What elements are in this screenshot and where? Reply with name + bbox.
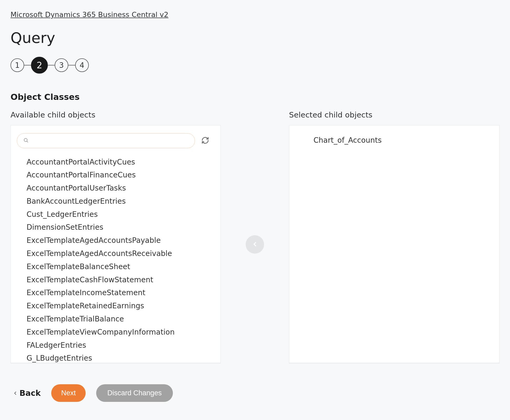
selected-panel: Chart_of_Accounts [289, 125, 499, 363]
list-item[interactable]: Cust_LedgerEntries [27, 208, 213, 221]
chevron-left-icon [13, 388, 18, 398]
action-bar: Back Next Discard Changes [11, 384, 499, 402]
list-item[interactable]: G_LBudgetEntries [27, 352, 213, 363]
list-item[interactable]: ExcelTemplateAgedAccountsReceivable [27, 247, 213, 260]
search-icon [23, 137, 29, 145]
step-1[interactable]: 1 [11, 58, 24, 72]
list-item[interactable]: AccountantPortalUserTasks [27, 182, 213, 195]
step-2[interactable]: 2 [31, 57, 48, 74]
list-item[interactable]: FALedgerEntries [27, 339, 213, 352]
svg-point-0 [24, 138, 27, 141]
list-item[interactable]: ExcelTemplateIncomeStatement [27, 286, 213, 300]
search-input[interactable] [17, 133, 195, 148]
list-item[interactable]: ExcelTemplateTrialBalance [27, 313, 213, 326]
selected-label: Selected child objects [289, 110, 499, 119]
list-item[interactable]: ExcelTemplateAgedAccountsPayable [27, 234, 213, 247]
list-item[interactable]: DimensionSetEntries [27, 221, 213, 234]
available-panel: AccountantPortalActivityCues AccountantP… [11, 125, 221, 363]
stepper: 1 2 3 4 [11, 57, 499, 74]
section-title: Object Classes [11, 92, 499, 102]
svg-line-1 [27, 141, 28, 142]
list-item[interactable]: ExcelTemplateBalanceSheet [27, 260, 213, 273]
breadcrumb[interactable]: Microsoft Dynamics 365 Business Central … [11, 11, 168, 19]
available-list: AccountantPortalActivityCues AccountantP… [18, 156, 213, 363]
discard-button[interactable]: Discard Changes [96, 384, 173, 402]
move-left-button[interactable] [246, 235, 264, 254]
back-label: Back [19, 388, 41, 398]
step-connector [68, 65, 75, 66]
available-label: Available child objects [11, 110, 221, 119]
list-item[interactable]: BankAccountLedgerEntries [27, 195, 213, 208]
list-item[interactable]: ExcelTemplateRetainedEarnings [27, 300, 213, 313]
step-connector [24, 65, 31, 66]
list-item[interactable]: AccountantPortalActivityCues [27, 156, 213, 169]
list-item[interactable]: Chart_of_Accounts [300, 133, 489, 145]
next-button[interactable]: Next [51, 384, 86, 402]
list-item[interactable]: ExcelTemplateViewCompanyInformation [27, 326, 213, 339]
list-item[interactable]: AccountantPortalFinanceCues [27, 169, 213, 182]
chevron-left-icon [251, 241, 258, 248]
step-3[interactable]: 3 [55, 58, 68, 72]
refresh-icon [201, 136, 209, 145]
page-title: Query [11, 29, 499, 46]
step-connector [48, 65, 55, 66]
back-button[interactable]: Back [13, 388, 41, 398]
step-4[interactable]: 4 [75, 58, 89, 72]
refresh-button[interactable] [200, 135, 211, 147]
list-item[interactable]: ExcelTemplateCashFlowStatement [27, 273, 213, 286]
